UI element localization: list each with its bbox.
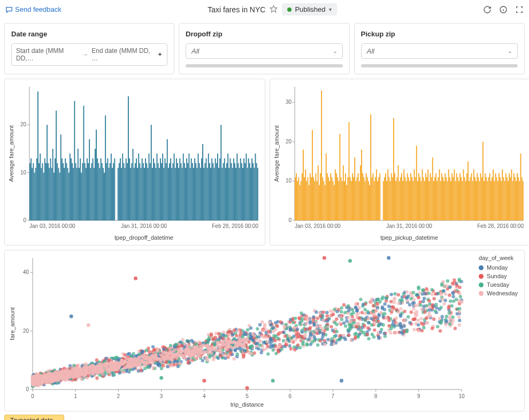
svg-rect-366 — [461, 177, 462, 220]
svg-point-3310 — [83, 369, 86, 372]
svg-rect-110 — [146, 163, 147, 220]
svg-rect-391 — [489, 173, 490, 220]
svg-rect-275 — [354, 157, 355, 220]
svg-rect-80 — [110, 163, 111, 220]
svg-rect-265 — [343, 165, 344, 220]
info-icon[interactable] — [499, 5, 508, 14]
svg-rect-130 — [169, 163, 170, 220]
svg-point-1685 — [352, 321, 356, 324]
svg-point-2353 — [169, 364, 172, 367]
svg-point-1487 — [412, 328, 416, 331]
svg-text:Feb 28, 2016 00:00: Feb 28, 2016 00:00 — [477, 223, 524, 229]
svg-point-3197 — [57, 378, 60, 381]
svg-point-2619 — [356, 335, 359, 338]
legend-dot-icon — [479, 274, 484, 279]
svg-point-3292 — [105, 362, 109, 365]
svg-point-2059 — [379, 331, 382, 334]
svg-point-2385 — [436, 325, 439, 328]
svg-rect-295 — [377, 181, 378, 220]
legend-item-monday[interactable]: Monday — [479, 264, 518, 271]
svg-point-2520 — [85, 362, 88, 365]
svg-rect-51 — [76, 168, 78, 220]
svg-point-2148 — [457, 310, 461, 314]
sparkle-icon[interactable]: ✦ — [157, 51, 163, 58]
svg-rect-372 — [467, 162, 469, 220]
svg-point-1071 — [258, 323, 262, 326]
svg-point-3297 — [219, 347, 222, 350]
send-feedback-link[interactable]: Send feedback — [5, 5, 62, 13]
svg-rect-148 — [190, 168, 191, 220]
svg-rect-245 — [320, 173, 321, 220]
svg-rect-321 — [409, 181, 410, 220]
dropoff-scrollbar[interactable] — [186, 64, 343, 67]
svg-rect-183 — [230, 158, 231, 220]
svg-rect-119 — [157, 154, 158, 220]
svg-rect-358 — [451, 173, 453, 220]
star-icon[interactable] — [270, 5, 278, 14]
svg-point-2501 — [339, 337, 342, 340]
fullscreen-icon[interactable] — [515, 5, 524, 14]
svg-point-1089 — [347, 333, 350, 337]
svg-rect-181 — [227, 154, 228, 220]
refresh-icon[interactable] — [483, 5, 492, 14]
dropoff-zip-select[interactable]: All ⌄ — [186, 43, 343, 59]
svg-point-2568 — [421, 300, 425, 303]
svg-point-2401 — [271, 326, 274, 330]
svg-point-1972 — [457, 315, 461, 318]
svg-rect-258 — [335, 169, 336, 220]
svg-rect-95 — [129, 158, 130, 220]
publish-status-pill[interactable]: Published ▾ — [282, 3, 336, 16]
svg-rect-328 — [417, 181, 418, 220]
legend-item-tuesday[interactable]: Tuesday — [479, 281, 518, 288]
svg-point-2415 — [303, 334, 306, 338]
svg-point-2576 — [366, 333, 369, 336]
svg-rect-196 — [244, 163, 246, 220]
svg-point-1066 — [335, 317, 338, 320]
svg-rect-133 — [173, 163, 174, 220]
svg-point-2612 — [80, 377, 83, 380]
svg-point-1646 — [411, 301, 415, 304]
legend-item-wednesday[interactable]: Wednesday — [479, 290, 518, 296]
svg-rect-395 — [494, 181, 495, 220]
svg-point-2410 — [296, 335, 299, 339]
svg-rect-364 — [458, 181, 459, 220]
svg-point-1244 — [261, 335, 264, 338]
svg-rect-188 — [235, 168, 236, 220]
svg-point-1365 — [451, 316, 455, 319]
svg-rect-281 — [361, 150, 362, 220]
svg-rect-69 — [97, 158, 98, 220]
svg-point-2283 — [418, 291, 421, 294]
svg-point-2566 — [339, 315, 342, 318]
legend-dot-icon — [479, 282, 484, 287]
svg-point-1311 — [351, 311, 355, 315]
svg-rect-324 — [412, 181, 413, 220]
svg-rect-36 — [59, 173, 60, 220]
svg-rect-49 — [74, 101, 75, 220]
truncated-data-pill[interactable]: Truncated data ⌄ — [4, 415, 64, 420]
date-range-input[interactable]: Start date (MMM DD,… → End date (MMM DD,… — [11, 43, 167, 66]
svg-rect-229 — [302, 173, 303, 220]
svg-rect-338 — [428, 181, 430, 220]
pickup-scrollbar[interactable] — [361, 64, 518, 67]
svg-rect-308 — [394, 173, 395, 220]
svg-rect-187 — [234, 163, 235, 220]
svg-point-2572 — [222, 353, 225, 356]
svg-rect-394 — [493, 169, 494, 220]
svg-point-1813 — [422, 304, 425, 308]
svg-rect-23 — [44, 158, 45, 220]
svg-rect-207 — [257, 168, 258, 220]
svg-rect-112 — [149, 154, 150, 220]
svg-rect-163 — [207, 168, 208, 220]
legend-item-sunday[interactable]: Sunday — [479, 273, 518, 279]
pickup-zip-select[interactable]: All ⌄ — [361, 43, 518, 59]
svg-point-3295 — [94, 370, 97, 373]
svg-point-1067 — [412, 307, 415, 310]
svg-point-3364 — [323, 256, 326, 260]
svg-point-2372 — [444, 323, 447, 326]
svg-text:0: 0 — [23, 217, 26, 223]
svg-point-1041 — [428, 302, 431, 306]
svg-rect-290 — [371, 177, 372, 220]
svg-text:Average fare_amount: Average fare_amount — [273, 125, 280, 182]
svg-rect-411 — [512, 181, 513, 220]
svg-point-2408 — [403, 318, 407, 322]
